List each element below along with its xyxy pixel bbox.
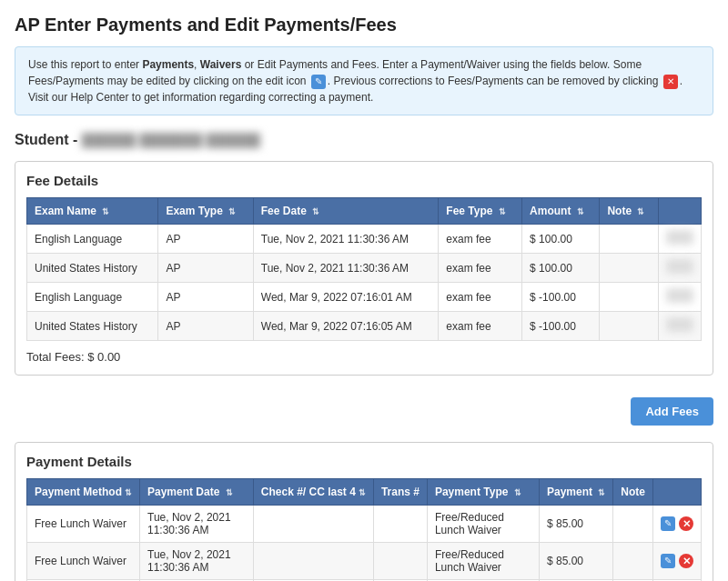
payment-details-card: Payment Details Payment Method⇅ Payment …	[15, 442, 713, 581]
pay-method: Free Lunch Waiver	[27, 506, 140, 543]
edit-payment-icon[interactable]: ✎	[661, 554, 675, 568]
fee-table-row: English Language AP Tue, Nov 2, 2021 11:…	[27, 225, 702, 254]
fee-details-table: Exam Name ⇅ Exam Type ⇅ Fee Date ⇅ Fee T…	[26, 197, 702, 341]
pay-action-cell[interactable]: ✎ ✕	[653, 543, 702, 580]
fee-exam-name: English Language	[27, 283, 158, 312]
edit-payment-icon[interactable]: ✎	[661, 516, 675, 531]
delete-info-icon: ✕	[663, 75, 678, 89]
fee-exam-name: United States History	[27, 312, 158, 341]
fee-amount: $ 100.00	[522, 254, 600, 283]
pay-type: Free/Reduced Lunch Waiver	[427, 506, 539, 543]
delete-payment-icon[interactable]: ✕	[679, 554, 693, 568]
fee-total: Total Fees: $ 0.00	[26, 350, 702, 364]
col-exam-name[interactable]: Exam Name ⇅	[27, 198, 158, 225]
fee-exam-name: English Language	[27, 225, 158, 254]
fee-exam-name: United States History	[27, 254, 158, 283]
pay-amount: $ 85.00	[539, 506, 612, 543]
payment-details-title: Payment Details	[26, 454, 702, 469]
fee-amount: $ 100.00	[522, 225, 600, 254]
pay-check	[253, 506, 373, 543]
fee-type: exam fee	[439, 225, 522, 254]
fee-date: Tue, Nov 2, 2021 11:30:36 AM	[253, 254, 439, 283]
col-payment-actions	[653, 479, 702, 506]
pay-note	[613, 543, 653, 580]
fee-date: Wed, Mar 9, 2022 07:16:01 AM	[253, 283, 439, 312]
fee-table-row: United States History AP Tue, Nov 2, 202…	[27, 254, 702, 283]
pay-date: Tue, Nov 2, 2021 11:30:36 AM	[140, 506, 254, 543]
col-check[interactable]: Check #/ CC last 4⇅	[253, 479, 373, 506]
fee-action-cell	[659, 312, 702, 341]
fee-exam-type: AP	[158, 312, 253, 341]
fee-action-cell	[659, 283, 702, 312]
fee-date: Tue, Nov 2, 2021 11:30:36 AM	[253, 225, 439, 254]
col-fee-date[interactable]: Fee Date ⇅	[253, 198, 439, 225]
fee-note	[600, 312, 659, 341]
pay-trans	[373, 506, 427, 543]
col-payment-date[interactable]: Payment Date ⇅	[140, 479, 254, 506]
fee-exam-type: AP	[158, 254, 253, 283]
col-payment-method[interactable]: Payment Method⇅	[27, 479, 140, 506]
col-note[interactable]: Note ⇅	[600, 198, 659, 225]
fee-amount: $ -100.00	[522, 283, 600, 312]
fee-amount: $ -100.00	[522, 312, 600, 341]
pay-method: Free Lunch Waiver	[27, 543, 140, 580]
delete-payment-icon[interactable]: ✕	[679, 516, 693, 531]
col-payment-type[interactable]: Payment Type ⇅	[427, 479, 539, 506]
fee-details-card: Fee Details Exam Name ⇅ Exam Type ⇅ Fee …	[15, 161, 713, 376]
col-trans[interactable]: Trans #	[373, 479, 427, 506]
payment-details-table: Payment Method⇅ Payment Date ⇅ Check #/ …	[26, 478, 702, 581]
col-exam-type[interactable]: Exam Type ⇅	[158, 198, 253, 225]
col-payment-amount[interactable]: Payment ⇅	[539, 479, 612, 506]
payment-table-row: Free Lunch Waiver Tue, Nov 2, 2021 11:30…	[27, 543, 702, 580]
fee-action-cell	[659, 225, 702, 254]
student-name: ██████ ███████ ██████	[82, 133, 260, 147]
fee-date: Wed, Mar 9, 2022 07:16:05 AM	[253, 312, 439, 341]
fee-exam-type: AP	[158, 283, 253, 312]
student-label: Student - ██████ ███████ ██████	[15, 132, 713, 148]
pay-check	[253, 543, 373, 580]
fee-note	[600, 225, 659, 254]
edit-info-icon: ✎	[311, 75, 326, 89]
fee-table-row: United States History AP Wed, Mar 9, 202…	[27, 312, 702, 341]
pay-date: Tue, Nov 2, 2021 11:30:36 AM	[140, 543, 254, 580]
payment-table-row: Free Lunch Waiver Tue, Nov 2, 2021 11:30…	[27, 506, 702, 543]
col-fee-type[interactable]: Fee Type ⇅	[439, 198, 522, 225]
fee-note	[600, 254, 659, 283]
col-amount[interactable]: Amount ⇅	[522, 198, 600, 225]
fee-note	[600, 283, 659, 312]
info-box: Use this report to enter Payments, Waive…	[15, 46, 713, 115]
fee-table-row: English Language AP Wed, Mar 9, 2022 07:…	[27, 283, 702, 312]
fee-type: exam fee	[439, 312, 522, 341]
pay-note	[613, 506, 653, 543]
add-fees-button[interactable]: Add Fees	[631, 397, 713, 426]
pay-trans	[373, 543, 427, 580]
pay-action-cell[interactable]: ✎ ✕	[653, 506, 702, 543]
col-payment-note[interactable]: Note	[613, 479, 653, 506]
fee-action-cell	[659, 254, 702, 283]
pay-amount: $ 85.00	[539, 543, 612, 580]
fee-exam-type: AP	[158, 225, 253, 254]
fee-type: exam fee	[439, 283, 522, 312]
page-title: AP Enter Payments and Edit Payments/Fees	[15, 15, 713, 35]
pay-type: Free/Reduced Lunch Waiver	[427, 543, 539, 580]
fee-type: exam fee	[439, 254, 522, 283]
fee-details-title: Fee Details	[26, 173, 702, 188]
col-actions-fee	[659, 198, 702, 225]
